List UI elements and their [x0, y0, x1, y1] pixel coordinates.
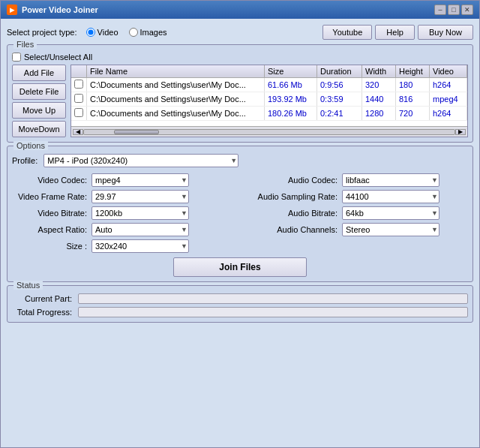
project-type-group: Select project type: Video Images: [7, 28, 167, 37]
audio-codec-wrapper: libfaac ▼: [342, 173, 440, 187]
current-part-row: Current Part:: [12, 293, 468, 304]
audio-codec-label: Audio Codec:: [248, 176, 338, 185]
row-checkbox[interactable]: [74, 94, 83, 103]
scroll-left-arrow[interactable]: ◀: [73, 129, 83, 135]
audio-codec-select[interactable]: libfaac: [342, 173, 440, 187]
files-section: Files Select/Unselect All Add File Delet…: [7, 44, 473, 143]
title-bar-controls: – □ ✕: [434, 5, 473, 15]
options-section: Options Profile: MP4 - iPod (320x240) ▼ …: [7, 146, 473, 282]
radio-video-item[interactable]: Video: [86, 28, 118, 37]
aspect-ratio-row: Aspect Ratio: Auto ▼: [12, 223, 232, 236]
status-section-title: Status: [14, 281, 43, 290]
row-filename: C:\Documents and Settings\user\My Doc...: [87, 92, 265, 107]
audio-sampling-select[interactable]: 44100: [342, 190, 440, 203]
current-part-label: Current Part:: [12, 294, 72, 303]
audio-bitrate-select[interactable]: 64kb: [342, 206, 440, 220]
select-all-label: Select/Unselect All: [24, 53, 92, 62]
delete-file-button[interactable]: Delete File: [12, 83, 66, 100]
row-height: 720: [396, 107, 430, 121]
framerate-select[interactable]: 29.97: [92, 190, 189, 203]
row-checkbox[interactable]: [74, 80, 83, 89]
video-bitrate-row: Video Bitrate: 1200kb ▼: [12, 206, 232, 220]
total-progress-row: Total Progress:: [12, 307, 468, 317]
row-duration: 0:3:59: [317, 92, 362, 107]
size-row: Size : 320x240 ▼: [12, 239, 232, 253]
radio-group: Video Images: [86, 28, 167, 37]
row-video: h264: [430, 78, 467, 92]
video-codec-select[interactable]: mpeg4: [92, 173, 189, 187]
row-duration: 0:2:41: [317, 107, 362, 121]
close-button[interactable]: ✕: [461, 5, 473, 15]
total-progress-label: Total Progress:: [12, 308, 72, 317]
framerate-label: Video Frame Rate:: [12, 192, 87, 201]
radio-images-item[interactable]: Images: [129, 28, 167, 37]
row-checkbox-cell[interactable]: [71, 78, 87, 92]
row-height: 816: [396, 92, 430, 107]
size-label: Size :: [12, 242, 87, 251]
minimize-button[interactable]: –: [434, 5, 446, 15]
table-header-row: File Name Size Duration Width Height Vid…: [71, 65, 467, 78]
files-content: Add File Delete File Move Up MoveDown Fi…: [12, 65, 468, 137]
audio-bitrate-label: Audio Bitrate:: [248, 209, 338, 218]
video-codec-row: Video Codec: mpeg4 ▼: [12, 173, 232, 187]
audio-channels-label: Audio Channels:: [248, 225, 338, 234]
move-up-button[interactable]: Move Up: [12, 102, 66, 119]
select-all-checkbox[interactable]: [12, 53, 21, 62]
video-codec-label: Video Codec:: [12, 176, 87, 185]
video-bitrate-select[interactable]: 1200kb: [92, 206, 189, 220]
aspect-ratio-label: Aspect Ratio:: [12, 225, 87, 234]
row-width: 1440: [362, 92, 396, 107]
audio-codec-row: Audio Codec: libfaac ▼: [248, 173, 468, 187]
col-duration: Duration: [317, 65, 362, 78]
col-video: Video: [430, 65, 467, 78]
col-checkbox: [71, 65, 87, 78]
row-checkbox-cell[interactable]: [71, 92, 87, 107]
aspect-ratio-select[interactable]: Auto: [92, 223, 189, 236]
window-title: Power Video Joiner: [22, 5, 98, 14]
profile-select[interactable]: MP4 - iPod (320x240): [44, 154, 238, 167]
files-header: Select/Unselect All: [12, 53, 468, 62]
help-button[interactable]: Help: [375, 25, 415, 40]
table-row[interactable]: C:\Documents and Settings\user\My Doc...…: [71, 92, 467, 107]
row-checkbox-cell[interactable]: [71, 107, 87, 121]
audio-channels-row: Audio Channels: Stereo ▼: [248, 223, 468, 236]
framerate-wrapper: 29.97 ▼: [92, 190, 189, 203]
radio-video-label: Video: [98, 28, 118, 37]
table-row[interactable]: C:\Documents and Settings\user\My Doc...…: [71, 107, 467, 121]
current-part-progress: [78, 293, 468, 304]
audio-bitrate-wrapper: 64kb ▼: [342, 206, 440, 220]
radio-video[interactable]: [86, 28, 95, 37]
radio-images[interactable]: [129, 28, 138, 37]
audio-channels-select[interactable]: Stereo: [342, 223, 440, 236]
status-section: Status Current Part: Total Progress:: [7, 285, 473, 323]
empty-grid-cell: [248, 239, 468, 253]
project-type-label: Select project type:: [7, 28, 77, 37]
row-filename: C:\Documents and Settings\user\My Doc...: [87, 78, 265, 92]
codec-grid: Video Codec: mpeg4 ▼ Audio Codec: libfaa…: [12, 173, 468, 253]
scroll-right-arrow[interactable]: ▶: [455, 129, 466, 135]
row-checkbox[interactable]: [74, 108, 83, 117]
add-file-button[interactable]: Add File: [12, 65, 66, 81]
row-size: 61.66 Mb: [265, 78, 317, 92]
size-select[interactable]: 320x240: [92, 239, 189, 253]
row-filename: C:\Documents and Settings\user\My Doc...: [87, 107, 265, 121]
top-row: Select project type: Video Images Youtub…: [7, 23, 473, 41]
files-section-title: Files: [14, 40, 37, 49]
maximize-button[interactable]: □: [448, 5, 460, 15]
window-body: Select project type: Video Images Youtub…: [1, 19, 479, 447]
col-size: Size: [265, 65, 317, 78]
table-row[interactable]: C:\Documents and Settings\user\My Doc...…: [71, 78, 467, 92]
col-filename: File Name: [87, 65, 265, 78]
row-video: mpeg4: [430, 92, 467, 107]
horizontal-scrollbar[interactable]: ◀ ▶: [71, 126, 467, 137]
buy-now-button[interactable]: Buy Now: [418, 25, 473, 40]
framerate-row: Video Frame Rate: 29.97 ▼: [12, 190, 232, 203]
app-icon: ▶: [7, 5, 17, 15]
file-table: File Name Size Duration Width Height Vid…: [71, 65, 467, 121]
row-duration: 0:9:56: [317, 78, 362, 92]
scrollbar-track[interactable]: [83, 129, 455, 135]
scrollbar-thumb[interactable]: [114, 130, 159, 134]
youtube-button[interactable]: Youtube: [322, 25, 372, 40]
join-files-button[interactable]: Join Files: [173, 257, 306, 277]
move-down-button[interactable]: MoveDown: [12, 121, 66, 137]
